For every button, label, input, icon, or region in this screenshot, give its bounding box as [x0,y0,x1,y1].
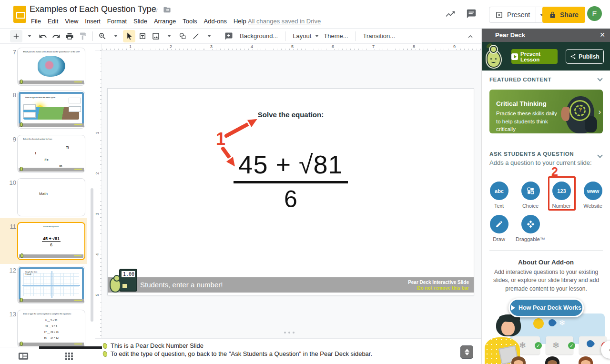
google-slides-logo[interactable] [13,6,26,23]
menu-file[interactable]: File [28,16,44,26]
peardeck-bar-warning: Do not remove this bar [417,285,469,291]
save-status-link[interactable]: All changes saved in Drive [248,18,321,25]
question-type-text-button[interactable]: abc [490,182,508,200]
redo-button[interactable] [50,30,62,42]
chevron-down-icon[interactable] [597,152,602,158]
mini-peardeck-bar [19,81,84,84]
thumb-denominator: 6 [18,243,84,247]
slide-thumbnail-9[interactable]: Select the chemical symbol for Iron: I T… [17,135,85,173]
question-type-label: Website [578,203,608,209]
menu-view[interactable]: View [61,16,81,26]
plus-icon [12,32,20,40]
image-dropdown[interactable] [163,30,175,42]
paint-format-button[interactable] [77,30,89,42]
undo-button[interactable] [37,30,49,42]
ruler-tick: 5 [290,44,295,49]
slide-prompt-text[interactable]: Solve the equation: [108,111,474,119]
choice-grid-icon [526,186,535,195]
question-type-draggable-button[interactable] [521,215,540,233]
comment-history-icon[interactable] [466,9,477,19]
current-slide[interactable]: Solve the equation: 45 + √81 6 Students,… [107,88,474,295]
menu-help[interactable]: Help [230,16,250,26]
equation-fraction[interactable]: 45 + √81 6 [108,150,474,213]
pear-icon [20,167,23,171]
mini-bar-text [74,124,82,125]
filmstrip-view-icon[interactable] [18,352,29,360]
how-peardeck-works-button[interactable]: How Pear Deck Works [508,298,584,317]
document-title[interactable]: Examples of Each Question Type [30,4,156,14]
question-type-label: Draggable™ [515,236,546,242]
notes-resize-handle[interactable] [284,332,295,334]
slide-thumbnail-7[interactable]: Which part of a human cell is known as t… [17,48,85,86]
slide-thumbnail-12[interactable]: Graph the line:Y=2x+5 [17,266,85,304]
layout-button[interactable]: Layout [289,30,319,42]
label-box [69,98,81,103]
theme-button[interactable]: Theme... [320,30,352,42]
menu-edit[interactable]: Edit [44,16,61,26]
menu-insert[interactable]: Insert [81,16,104,26]
draggable-move-icon [526,220,535,229]
ruler-corner [95,44,102,51]
thumb-numerator: 45 + √81 [42,236,61,242]
filmstrip-scrollbar[interactable] [91,188,93,322]
star-icon[interactable]: ☆ [152,5,159,15]
background-button[interactable]: Background... [236,30,282,42]
pear-bullet-icon [102,343,108,349]
menu-addons[interactable]: Add-ons [201,16,230,26]
water-drop-icon [585,339,595,349]
sun-icon [533,318,544,329]
pear-calculator-mascot: 1.00 [110,269,139,293]
thumb-title: Math [39,192,48,196]
share-icon [570,53,576,60]
chevron-down-icon[interactable] [597,76,602,81]
filmstrip-horizontal-scrollbar[interactable] [39,346,102,349]
slide-thumbnail-13[interactable]: Draw or type the correct symbol to compl… [17,310,85,348]
share-button[interactable]: Share [542,7,585,23]
slide-thumbnail-10[interactable]: Math [17,178,85,216]
insert-comment-button[interactable] [223,30,235,42]
ruler-tick: 8 [412,44,416,49]
print-button[interactable] [63,30,76,42]
collapse-toolbar-button[interactable] [466,32,475,40]
menu-tools[interactable]: Tools [179,16,200,26]
present-button[interactable]: Present [489,7,536,22]
new-slide-dropdown[interactable] [23,30,36,42]
question-type-choice-button[interactable] [521,182,540,200]
insert-image-button[interactable] [150,30,162,42]
question-type-label: Choice [515,203,546,209]
peardeck-sidebar: Pear Deck ✕ Present Lesson Publish FEATU… [481,29,610,364]
menu-arrange[interactable]: Arrange [151,16,179,26]
account-avatar[interactable]: E [587,6,602,21]
slide-thumbnail-11-selected[interactable]: Solve the equation: 45 + √81 6 [17,222,85,260]
new-slide-button[interactable] [10,30,22,42]
notes-expander-button[interactable] [460,345,473,359]
menu-format[interactable]: Format [104,16,130,26]
toolbar: Background... Layout Theme... Transition… [0,29,481,44]
peardeck-slide-bar: Students, enter a number! Pear Deck Inte… [108,277,474,293]
ruler-tick: 4 [250,44,254,49]
pear-icon [20,253,23,258]
transition-label: Transition... [359,32,399,40]
slide-thumbnail-8[interactable]: Draw or type to label the water cycle: [17,91,85,129]
transition-button[interactable]: Transition... [359,30,399,42]
snowflake-icon: ❄ [552,340,559,351]
featured-content-card[interactable]: Critical Thinking Practice these skills … [489,90,603,133]
speaker-notes[interactable]: This is a Pear Deck Number Slide To edit… [95,338,481,364]
zoom-dropdown[interactable] [110,30,122,42]
question-type-draw-button[interactable] [490,215,508,233]
present-lesson-button[interactable]: Present Lesson [511,49,558,64]
move-folder-icon[interactable] [163,6,171,14]
menu-slide[interactable]: Slide [130,16,151,26]
close-icon[interactable]: ✕ [600,31,605,39]
grid-view-icon[interactable] [65,353,73,360]
select-tool-button[interactable] [123,30,135,42]
line-dropdown[interactable] [203,30,215,42]
chevron-right-icon[interactable]: › [599,108,601,116]
publish-button[interactable]: Publish [566,49,604,64]
insights-icon[interactable] [445,9,456,19]
shape-button[interactable] [176,30,189,42]
line-button[interactable] [190,30,202,42]
zoom-button[interactable] [96,30,109,42]
question-type-website-button[interactable]: www [584,182,602,200]
text-box-button[interactable] [136,30,149,42]
